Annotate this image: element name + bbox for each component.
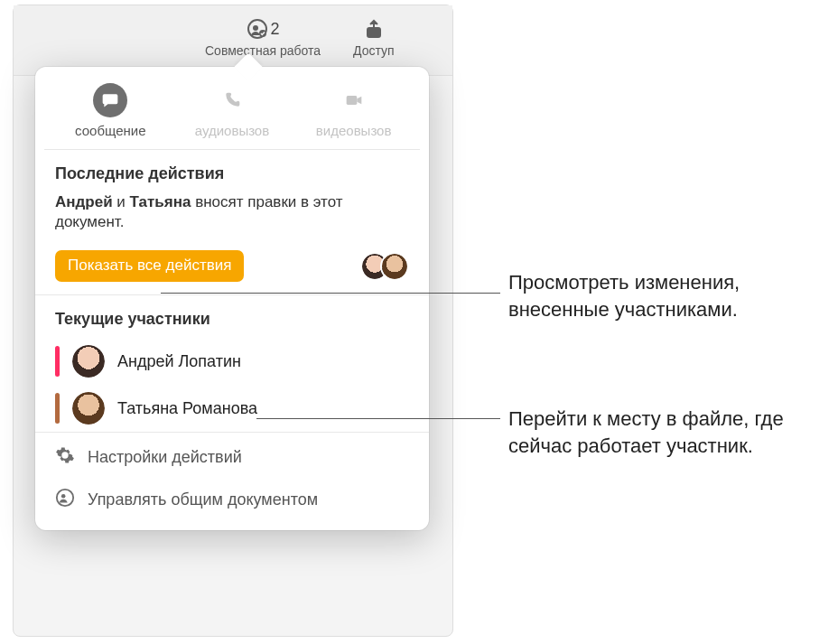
svg-point-5 xyxy=(57,490,73,506)
gear-icon xyxy=(55,445,75,470)
message-label: сообщение xyxy=(75,123,145,138)
settings-list: Настройки действий Управлять общим докум… xyxy=(35,433,429,530)
people-icon xyxy=(55,488,75,512)
activity-text: Андрей и Татьяна вносят правки в этот до… xyxy=(55,192,409,232)
svg-rect-4 xyxy=(346,96,357,105)
message-button[interactable]: сообщение xyxy=(51,83,169,138)
recent-activity-header: Последние действия xyxy=(35,150,429,192)
recent-activity: Андрей и Татьяна вносят правки в этот до… xyxy=(35,192,429,295)
svg-point-6 xyxy=(61,494,66,499)
avatar xyxy=(380,252,409,281)
participant-color xyxy=(55,393,60,424)
collaborate-badge: 2 xyxy=(271,20,280,39)
share-icon xyxy=(363,18,385,40)
settings-label: Настройки действий xyxy=(88,448,242,467)
toolbar: 2 Совместная работа Доступ xyxy=(14,5,452,76)
avatar xyxy=(72,392,105,425)
share-label: Доступ xyxy=(353,43,395,58)
message-icon xyxy=(93,83,127,117)
communication-row: сообщение аудиовызов видеовызов xyxy=(44,67,420,150)
collaboration-popover: сообщение аудиовызов видеовызов Последни… xyxy=(35,67,429,530)
show-all-activity-button[interactable]: Показать все действия xyxy=(55,250,244,282)
video-call-label: видеовызов xyxy=(316,123,392,138)
participant-row[interactable]: Татьяна Романова xyxy=(46,385,418,432)
participant-color xyxy=(55,346,60,377)
manage-shared-doc-button[interactable]: Управлять общим документом xyxy=(46,479,418,521)
callout-text: Просмотреть изменения, внесенные участни… xyxy=(508,269,833,322)
collaborate-label: Совместная работа xyxy=(205,43,321,58)
activity-name-1: Андрей xyxy=(55,193,113,210)
avatar xyxy=(72,345,105,378)
collaborate-icon xyxy=(247,18,268,40)
audio-call-button[interactable]: аудиовызов xyxy=(173,83,291,138)
video-call-button[interactable]: видеовызов xyxy=(295,83,413,138)
callout-text: Перейти к месту в файле, где сейчас рабо… xyxy=(508,406,833,459)
activity-name-2: Татьяна xyxy=(130,193,191,210)
participants-header: Текущие участники xyxy=(35,295,429,338)
leader-line xyxy=(161,293,500,294)
activity-avatars xyxy=(360,252,409,281)
activity-settings-button[interactable]: Настройки действий xyxy=(46,436,418,479)
manage-label: Управлять общим документом xyxy=(88,490,318,509)
participant-name: Татьяна Романова xyxy=(117,399,257,418)
phone-icon xyxy=(215,83,249,117)
svg-rect-3 xyxy=(368,28,380,37)
participant-row[interactable]: Андрей Лопатин xyxy=(46,338,418,385)
video-icon xyxy=(337,83,371,117)
leader-line xyxy=(256,418,500,419)
participant-name: Андрей Лопатин xyxy=(117,352,241,371)
audio-call-label: аудиовызов xyxy=(195,123,269,138)
svg-point-1 xyxy=(253,25,258,31)
